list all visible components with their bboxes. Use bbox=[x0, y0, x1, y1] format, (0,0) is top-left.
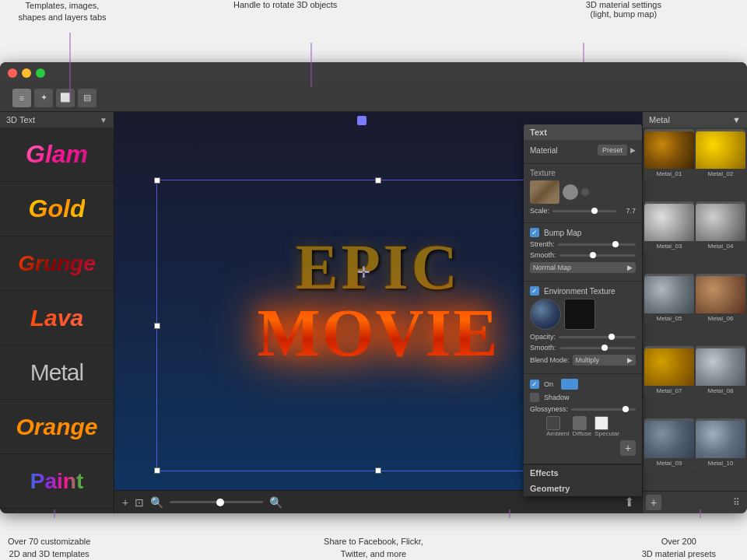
template-item-gold[interactable]: Gold bbox=[0, 182, 114, 236]
annotation-bottom-left-line2: 2D and 3D templates bbox=[9, 549, 89, 558]
material-preview-02 bbox=[696, 131, 745, 169]
fp-envtex-checkbox[interactable]: ✓ bbox=[530, 286, 539, 296]
fp-smooth-slider[interactable] bbox=[559, 254, 636, 257]
zoom-out-icon[interactable]: 🔍 bbox=[150, 496, 163, 509]
template-item-orange[interactable]: Orange bbox=[0, 400, 114, 454]
fp-normalmap-label: Normal Map bbox=[533, 264, 571, 271]
title-bar bbox=[0, 62, 747, 84]
fp-strength-thumb bbox=[612, 241, 619, 247]
fp-strength-slider[interactable] bbox=[558, 243, 636, 246]
material-label-08: Metal_08 bbox=[696, 386, 745, 396]
fp-effects-label: Effects bbox=[530, 468, 559, 478]
tab-images-icon[interactable]: ✦ bbox=[34, 89, 53, 107]
fp-scale-row: Scale: 7.7 bbox=[530, 207, 636, 215]
annotation-top-right-line1: 3D material settings bbox=[586, 0, 661, 9]
fp-add-button[interactable]: + bbox=[620, 440, 636, 456]
fp-bumpmap-checkbox[interactable]: ✓ bbox=[530, 228, 539, 237]
template-item-glam[interactable]: Glam bbox=[0, 128, 114, 182]
material-label-03: Metal_03 bbox=[644, 241, 694, 251]
material-preview-10 bbox=[696, 421, 745, 458]
template-label-grunge: Grunge bbox=[18, 251, 96, 276]
rotate-indicator-handle[interactable] bbox=[357, 116, 366, 125]
material-preview-05 bbox=[644, 276, 694, 313]
fp-on-label: On bbox=[544, 380, 553, 388]
maximize-button[interactable] bbox=[36, 68, 45, 78]
annotation-top-left-line2: shapes and layers tabs bbox=[18, 12, 106, 22]
fp-texture-preview[interactable] bbox=[530, 180, 559, 204]
material-item-02[interactable]: Metal_02 bbox=[696, 129, 745, 179]
material-item-10[interactable]: Metal_10 bbox=[696, 418, 745, 468]
close-button[interactable] bbox=[8, 68, 17, 78]
tab-layers-icon[interactable]: ▤ bbox=[78, 89, 96, 107]
zoom-slider[interactable] bbox=[170, 501, 263, 503]
minimize-button[interactable] bbox=[22, 68, 31, 78]
tab-shapes-icon[interactable]: ⬜ bbox=[56, 89, 75, 107]
material-item-05[interactable]: Metal_05 bbox=[644, 274, 694, 324]
annotation-bottom-right-line1: Over 200 bbox=[661, 537, 696, 546]
fp-envtex-section: ✓ Environment Texture Opacity: Smooth: bbox=[524, 282, 642, 374]
tab-templates-icon[interactable]: ≡ bbox=[12, 89, 31, 107]
annotation-bottom-right-line2: 3D material presets bbox=[642, 549, 716, 558]
material-item-06[interactable]: Metal_06 bbox=[696, 274, 745, 324]
fp-on-shadow-row: ✓ On bbox=[530, 379, 636, 390]
rp-header-title: Metal bbox=[649, 115, 670, 124]
rp-add-button[interactable]: + bbox=[646, 495, 661, 510]
panel-dropdown-icon[interactable]: ▼ bbox=[100, 116, 107, 124]
material-item-03[interactable]: Metal_03 bbox=[644, 201, 694, 251]
fp-texture-color-dot[interactable] bbox=[563, 184, 578, 200]
material-label-04: Metal_04 bbox=[696, 241, 745, 251]
fp-blendmode-dropdown[interactable]: Multiply ▶ bbox=[573, 355, 636, 366]
template-item-lava[interactable]: Lava bbox=[0, 291, 114, 345]
material-preview-08 bbox=[696, 348, 745, 386]
fp-scale-slider[interactable] bbox=[552, 210, 617, 212]
rotate-handle-center[interactable]: ✛ bbox=[357, 263, 370, 282]
fp-header: Text bbox=[524, 124, 642, 140]
fp-env-black-preview[interactable] bbox=[564, 299, 595, 330]
template-item-paint[interactable]: Paint bbox=[0, 454, 114, 509]
float-panel: Text Material Preset ▶ Texture bbox=[524, 124, 642, 496]
fp-diffuse-swatch[interactable] bbox=[573, 416, 587, 430]
fp-bumpmap-label: Bump Map bbox=[544, 229, 581, 237]
fp-shadow-label: Shadow bbox=[544, 394, 570, 401]
image-icon[interactable]: ⊡ bbox=[135, 496, 144, 509]
fp-effects-section: Effects bbox=[524, 464, 642, 481]
fp-normalmap-row: Normal Map ▶ bbox=[530, 262, 636, 273]
share-button[interactable]: ⬆ bbox=[624, 495, 634, 509]
fp-on-color-swatch[interactable] bbox=[561, 379, 578, 390]
fp-blendmode-value: Multiply bbox=[576, 356, 600, 364]
panel-header: 3D Text ▼ bbox=[0, 112, 114, 128]
fp-ambient-swatch[interactable] bbox=[546, 416, 560, 430]
material-item-07[interactable]: Metal_07 bbox=[644, 346, 694, 396]
fp-env-sphere-preview[interactable] bbox=[530, 299, 561, 330]
fp-smooth2-slider[interactable] bbox=[559, 347, 636, 349]
fp-on-checkbox[interactable]: ✓ bbox=[530, 380, 539, 389]
add-icon[interactable]: + bbox=[122, 496, 128, 509]
material-item-08[interactable]: Metal_08 bbox=[696, 346, 745, 396]
fp-add-button-row: + bbox=[530, 440, 636, 456]
template-label-metal: Metal bbox=[30, 359, 83, 386]
fp-specular-swatch[interactable] bbox=[594, 416, 608, 430]
fp-shadow-checkbox[interactable] bbox=[530, 393, 539, 402]
fp-opacity-slider[interactable] bbox=[559, 336, 636, 338]
material-item-04[interactable]: Metal_04 bbox=[696, 201, 745, 251]
fp-normalmap-dropdown[interactable]: Normal Map ▶ bbox=[530, 262, 636, 273]
fp-scale-thumb bbox=[591, 208, 598, 214]
fp-texture-label: Texture bbox=[530, 169, 636, 177]
fp-glossyness-slider[interactable] bbox=[571, 408, 636, 411]
annotation-bottom-left: Over 70 customizable 2D and 3D templates bbox=[8, 536, 90, 560]
material-preview-06 bbox=[696, 276, 745, 313]
template-item-metal[interactable]: Metal bbox=[0, 345, 114, 400]
right-panel: Metal ▼ Metal_01 Metal_02 Metal_03 bbox=[642, 112, 747, 513]
fp-blendmode-row: Blend Mode: Multiply ▶ bbox=[530, 355, 636, 366]
template-item-grunge[interactable]: Grunge bbox=[0, 236, 114, 291]
rp-header-arrow[interactable]: ▼ bbox=[732, 115, 741, 124]
zoom-in-icon[interactable]: 🔍 bbox=[269, 496, 282, 509]
material-item-09[interactable]: Metal_09 bbox=[644, 418, 694, 468]
fp-smooth-label: Smooth: bbox=[530, 251, 556, 259]
material-item-01[interactable]: Metal_01 bbox=[644, 129, 694, 179]
rp-grid-button[interactable]: ⠿ bbox=[728, 495, 744, 510]
annotation-top-right: 3D material settings (light, bump map) bbox=[586, 0, 661, 19]
fp-normalmap-arrow: ▶ bbox=[627, 264, 633, 271]
fp-preset-button[interactable]: Preset bbox=[598, 145, 627, 156]
annotation-top-right-line2: (light, bump map) bbox=[591, 9, 658, 19]
